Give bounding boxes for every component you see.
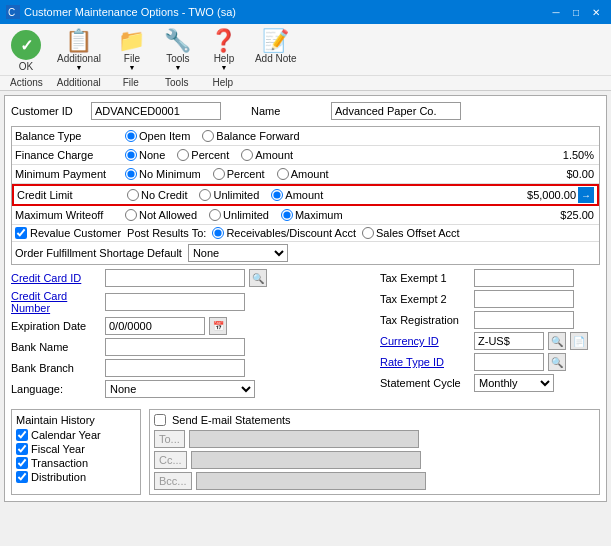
credit-card-number-label[interactable]: Credit Card Number xyxy=(11,290,101,314)
order-fulfillment-dropdown[interactable]: None xyxy=(188,244,288,262)
not-allowed-radio[interactable] xyxy=(125,209,137,221)
language-label: Language: xyxy=(11,383,101,395)
credit-limit-arrow-button[interactable]: → xyxy=(578,187,594,203)
open-item-radio-label[interactable]: Open Item xyxy=(125,130,190,142)
cc-button[interactable]: Cc... xyxy=(154,451,187,469)
minimum-payment-amount: $0.00 xyxy=(521,168,596,180)
bank-branch-input[interactable] xyxy=(105,359,245,377)
unlimited-credit-radio[interactable] xyxy=(199,189,211,201)
finance-amount-radio[interactable] xyxy=(241,149,253,161)
close-button[interactable]: ✕ xyxy=(587,3,605,21)
revalue-checkbox[interactable] xyxy=(15,227,27,239)
customer-id-row: Customer ID Name xyxy=(11,102,600,120)
credit-card-id-label[interactable]: Credit Card ID xyxy=(11,272,101,284)
expiration-date-input[interactable] xyxy=(105,317,205,335)
app-icon: C xyxy=(6,5,20,19)
title-bar-controls[interactable]: ─ □ ✕ xyxy=(547,3,605,21)
actions-group-label: Actions xyxy=(4,77,49,88)
language-row: Language: None xyxy=(11,380,370,398)
svg-text:C: C xyxy=(8,7,15,18)
tools-button[interactable]: 🔧 Tools ▼ xyxy=(156,27,200,74)
tax-exempt2-input[interactable] xyxy=(474,290,574,308)
order-fulfillment-row: Order Fulfillment Shortage Default None xyxy=(12,242,599,264)
currency-id-label[interactable]: Currency ID xyxy=(380,335,470,347)
rate-type-label[interactable]: Rate Type ID xyxy=(380,356,470,368)
transaction-checkbox[interactable] xyxy=(16,457,28,469)
credit-card-id-lookup[interactable]: 🔍 xyxy=(249,269,267,287)
currency-lookup[interactable]: 🔍 xyxy=(548,332,566,350)
credit-amount-radio[interactable] xyxy=(271,189,283,201)
tax-registration-label: Tax Registration xyxy=(380,314,470,326)
customer-id-input[interactable] xyxy=(91,102,221,120)
credit-card-number-input[interactable] xyxy=(105,293,245,311)
tax-exempt1-row: Tax Exempt 1 xyxy=(380,269,600,287)
sales-offset-radio[interactable] xyxy=(362,227,374,239)
no-minimum-radio[interactable] xyxy=(125,168,137,180)
tax-exempt1-label: Tax Exempt 1 xyxy=(380,272,470,284)
unlimited-writeoff-radio[interactable] xyxy=(209,209,221,221)
tax-exempt1-input[interactable] xyxy=(474,269,574,287)
receivables-radio[interactable] xyxy=(212,227,224,239)
statement-cycle-dropdown[interactable]: Monthly xyxy=(474,374,554,392)
currency-open[interactable]: 📄 xyxy=(570,332,588,350)
revalue-row: Revalue Customer Post Results To: Receiv… xyxy=(12,225,599,242)
to-button[interactable]: To... xyxy=(154,430,185,448)
maintain-history-title: Maintain History xyxy=(16,414,136,426)
revalue-label: Revalue Customer xyxy=(30,227,121,239)
minpay-amount-radio[interactable] xyxy=(277,168,289,180)
ok-label: OK xyxy=(19,61,33,72)
bank-name-row: Bank Name xyxy=(11,338,370,356)
minpay-percent-radio[interactable] xyxy=(213,168,225,180)
tools-group-label: Tools xyxy=(155,77,199,88)
bank-name-label: Bank Name xyxy=(11,341,101,353)
additional-button[interactable]: 📋 Additional ▼ xyxy=(50,27,108,74)
language-dropdown[interactable]: None xyxy=(105,380,255,398)
maximum-writeoff-radio[interactable] xyxy=(281,209,293,221)
expiration-date-label: Expiration Date xyxy=(11,320,101,332)
no-credit-radio[interactable] xyxy=(127,189,139,201)
minimize-button[interactable]: ─ xyxy=(547,3,565,21)
maximum-writeoff-radios: Not Allowed Unlimited Maximum xyxy=(125,209,521,221)
additional-group-label: Additional xyxy=(51,77,107,88)
statement-cycle-label: Statement Cycle xyxy=(380,377,470,389)
minimum-payment-radios: No Minimum Percent Amount xyxy=(125,168,521,180)
help-group-label: Help xyxy=(201,77,245,88)
ok-button[interactable]: ✓ OK xyxy=(4,27,48,75)
calendar-button[interactable]: 📅 xyxy=(209,317,227,335)
help-button[interactable]: ❓ Help ▼ xyxy=(202,27,246,74)
calendar-year-checkbox[interactable] xyxy=(16,429,28,441)
fields-right: Tax Exempt 1 Tax Exempt 2 Tax Registrati… xyxy=(380,269,600,401)
name-input[interactable] xyxy=(331,102,461,120)
open-item-radio[interactable] xyxy=(125,130,137,142)
bottom-section: Maintain History Calendar Year Fiscal Ye… xyxy=(11,405,600,495)
to-input[interactable] xyxy=(189,430,419,448)
additional-icon: 📋 xyxy=(65,30,92,52)
tax-registration-input[interactable] xyxy=(474,311,574,329)
balance-forward-radio[interactable] xyxy=(202,130,214,142)
minimum-payment-row: Minimum Payment No Minimum Percent Amoun… xyxy=(12,165,599,184)
send-email-header: Send E-mail Statements xyxy=(154,414,595,426)
send-email-checkbox[interactable] xyxy=(154,414,166,426)
currency-id-input[interactable] xyxy=(474,332,544,350)
finance-none-radio[interactable] xyxy=(125,149,137,161)
maximize-button[interactable]: □ xyxy=(567,3,585,21)
finance-amount: 1.50% xyxy=(521,149,596,161)
fiscal-year-checkbox[interactable] xyxy=(16,443,28,455)
add-note-button[interactable]: 📝 Add Note xyxy=(248,27,304,67)
credit-card-id-input[interactable] xyxy=(105,269,245,287)
statement-cycle-row: Statement Cycle Monthly xyxy=(380,374,600,392)
cc-input[interactable] xyxy=(191,451,421,469)
maximum-writeoff-row: Maximum Writeoff Not Allowed Unlimited M… xyxy=(12,206,599,225)
bcc-input[interactable] xyxy=(196,472,426,490)
add-note-icon: 📝 xyxy=(262,30,289,52)
credit-limit-amount: $5,000.00 xyxy=(503,189,578,201)
finance-charge-label: Finance Charge xyxy=(15,149,125,161)
rate-type-input[interactable] xyxy=(474,353,544,371)
bcc-button[interactable]: Bcc... xyxy=(154,472,192,490)
distribution-checkbox[interactable] xyxy=(16,471,28,483)
file-button[interactable]: 📁 File ▼ xyxy=(110,27,154,74)
balance-forward-radio-label[interactable]: Balance Forward xyxy=(202,130,299,142)
rate-type-lookup[interactable]: 🔍 xyxy=(548,353,566,371)
bank-name-input[interactable] xyxy=(105,338,245,356)
finance-percent-radio[interactable] xyxy=(177,149,189,161)
